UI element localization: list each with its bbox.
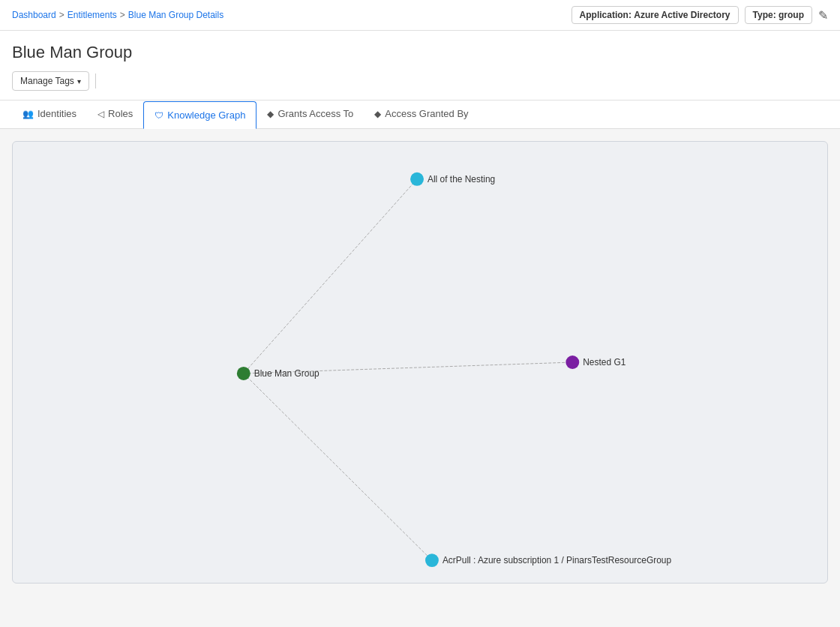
top-bar-right: Application: Azure Active Directory Type… [572,6,828,24]
svg-line-2 [244,374,432,560]
svg-text:AcrPull : Azure subscription 1: AcrPull : Azure subscription 1 / PinarsT… [442,555,672,566]
tab-grants-access-to[interactable]: ◆ Grants Access To [256,100,364,128]
graph-svg: All of the NestingBlue Man GroupNested G… [13,142,827,583]
type-label: Type: [753,10,776,20]
tab-knowledge-graph[interactable]: 🛡 Knowledge Graph [143,101,256,129]
app-badge: Application: Azure Active Directory [572,6,739,24]
svg-line-0 [244,179,417,374]
tab-roles-label: Roles [108,108,133,119]
breadcrumb-entitlements[interactable]: Entitlements [68,10,117,20]
breadcrumb: Dashboard > Entitlements > Blue Man Grou… [12,10,224,20]
identities-icon: 👥 [22,109,34,119]
manage-tags-label: Manage Tags [20,76,74,86]
svg-point-3 [410,172,424,186]
tab-identities-label: Identities [38,108,76,119]
top-bar: Dashboard > Entitlements > Blue Man Grou… [0,0,840,31]
svg-point-7 [566,356,579,369]
tab-access-granted-label: Access Granted By [385,108,468,119]
tabs-bar: 👥 Identities ◁ Roles 🛡 Knowledge Graph ◆… [0,100,840,129]
chevron-down-icon: ▾ [77,77,81,86]
app-label: Application: [580,10,632,20]
access-granted-icon: ◆ [374,109,381,119]
tab-roles[interactable]: ◁ Roles [87,100,143,128]
svg-text:Nested G1: Nested G1 [583,357,626,368]
breadcrumb-dashboard[interactable]: Dashboard [12,10,56,20]
page-header: Blue Man Group Manage Tags ▾ [0,31,840,100]
svg-point-9 [425,554,439,567]
grants-access-icon: ◆ [267,109,274,119]
breadcrumb-current[interactable]: Blue Man Group Details [128,10,224,20]
knowledge-graph-icon: 🛡 [154,110,164,121]
tab-grants-access-label: Grants Access To [278,108,353,119]
type-badge: Type: group [745,6,812,24]
breadcrumb-sep-1: > [59,10,64,20]
roles-icon: ◁ [98,109,104,119]
svg-point-5 [237,367,250,380]
tab-identities[interactable]: 👥 Identities [12,100,87,128]
type-value: group [778,10,804,20]
edit-icon[interactable]: ✎ [818,8,828,22]
toolbar: Manage Tags ▾ [12,71,828,100]
knowledge-graph-panel: All of the NestingBlue Man GroupNested G… [12,141,828,584]
toolbar-divider [95,74,96,88]
breadcrumb-sep-2: > [120,10,125,20]
tab-access-granted-by[interactable]: ◆ Access Granted By [364,100,478,128]
manage-tags-button[interactable]: Manage Tags ▾ [12,71,89,91]
app-value: Azure Active Directory [634,10,730,20]
svg-text:Blue Man Group: Blue Man Group [254,368,320,379]
page-title: Blue Man Group [12,43,828,62]
tab-knowledge-graph-label: Knowledge Graph [167,110,245,121]
svg-text:All of the Nesting: All of the Nesting [428,174,495,184]
